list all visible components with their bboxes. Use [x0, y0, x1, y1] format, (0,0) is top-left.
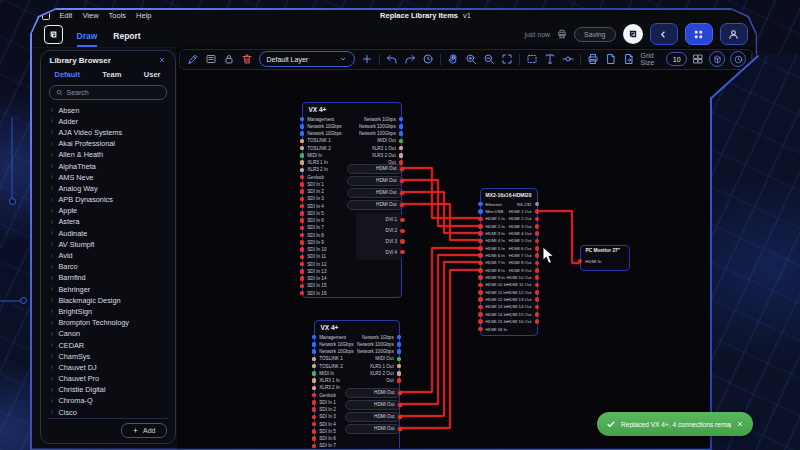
port-row[interactable]: HDMI 6 In	[481, 252, 511, 259]
library-item[interactable]: Blackmagic Design	[45, 295, 171, 306]
port-row[interactable]: XLR3 1 Out	[360, 363, 399, 370]
port-row[interactable]: Out	[360, 377, 399, 384]
port-row[interactable]: XLR3 1 In	[315, 377, 360, 384]
port-row[interactable]: Network 10Gbps	[315, 341, 360, 348]
device-node-vx4-top[interactable]: VX 4+ ManagementNetwork 10GbpsNetwork 10…	[302, 102, 402, 298]
port-row[interactable]: MIDI Out	[355, 137, 400, 144]
port-dot[interactable]	[400, 250, 404, 254]
library-item[interactable]: Barco	[45, 261, 171, 272]
port-row[interactable]: MIDI In	[303, 152, 356, 159]
port-dot[interactable]	[300, 175, 304, 179]
port-dot[interactable]	[300, 197, 304, 201]
cube-icon[interactable]	[709, 51, 725, 67]
port-dot[interactable]	[300, 168, 304, 172]
port-row[interactable]: Network 100Gbps	[355, 130, 400, 137]
library-tab-team[interactable]: Team	[102, 70, 121, 79]
port-dot[interactable]	[400, 167, 404, 171]
port-row[interactable]: Network 10Gbps	[315, 348, 360, 355]
port-row[interactable]: HDMI 12 Out	[511, 289, 537, 296]
port-dot[interactable]	[478, 202, 483, 207]
port-dot[interactable]	[478, 239, 483, 244]
port-dot[interactable]	[312, 436, 316, 440]
port-dot[interactable]	[400, 229, 404, 233]
library-item[interactable]: Avid	[45, 250, 171, 261]
port-row[interactable]: XLR3 2 Out	[360, 370, 399, 377]
tab-report[interactable]: Report	[113, 31, 140, 47]
brand-logo-button[interactable]	[623, 24, 643, 44]
port-dot[interactable]	[398, 391, 402, 395]
dvi-out-port[interactable]: DVI 4	[356, 247, 402, 258]
add-library-button[interactable]: Add	[121, 423, 166, 438]
port-dot[interactable]	[300, 226, 304, 230]
port-row[interactable]: XLR3 2 Out	[355, 152, 400, 159]
hdmi-out-port[interactable]: HDMI Out	[347, 200, 403, 210]
port-dot[interactable]	[397, 371, 401, 375]
port-dot[interactable]	[478, 297, 483, 302]
port-row[interactable]: HDMI 9 Out	[511, 267, 537, 274]
port-row[interactable]: HDMI In	[581, 257, 629, 266]
hdmi-out-port[interactable]: HDMI Out	[345, 424, 401, 434]
menu-item-help[interactable]: Help	[136, 11, 151, 20]
port-row[interactable]: HDMI 15 Out	[511, 311, 537, 318]
port-dot[interactable]	[400, 239, 404, 243]
port-row[interactable]: Network 100Gbps	[360, 348, 399, 355]
port-dot[interactable]	[300, 153, 304, 157]
port-dot[interactable]	[300, 124, 304, 128]
hand-icon[interactable]	[447, 53, 459, 65]
port-row[interactable]: HDMI 16 Out	[511, 318, 537, 325]
port-row[interactable]: Ethernet	[481, 201, 511, 208]
library-item[interactable]: Behringer	[45, 284, 171, 295]
port-row[interactable]: SDI In 16	[303, 290, 356, 297]
library-item[interactable]: Apple	[45, 205, 171, 216]
port-dot[interactable]	[535, 275, 540, 280]
text-icon[interactable]	[544, 53, 556, 65]
port-row[interactable]: Network 1Gbps	[355, 116, 400, 123]
library-item[interactable]: Barnfind	[45, 272, 171, 283]
port-dot[interactable]	[400, 179, 404, 183]
node-tool-icon[interactable]	[562, 53, 574, 65]
library-item[interactable]: AMS Neve	[45, 172, 171, 183]
port-dot[interactable]	[478, 224, 483, 229]
lock-icon[interactable]	[223, 53, 235, 65]
port-dot[interactable]	[478, 312, 483, 317]
hdmi-out-port[interactable]: HDMI Out	[345, 400, 401, 410]
library-item[interactable]: APB Dynasonics	[45, 194, 171, 205]
port-dot[interactable]	[535, 253, 540, 258]
connection-wire[interactable]	[400, 255, 480, 404]
port-dot[interactable]	[300, 160, 304, 164]
port-row[interactable]: TOSLINK 2	[303, 145, 356, 152]
device-node-vx4-bottom[interactable]: VX 4+ ManagementNetwork 10GbpsNetwork 10…	[314, 320, 400, 449]
library-item[interactable]: Adder	[45, 116, 171, 127]
port-dot[interactable]	[300, 240, 304, 244]
port-row[interactable]: Mini USB	[481, 208, 511, 215]
port-dot[interactable]	[300, 131, 304, 135]
port-dot[interactable]	[300, 247, 304, 251]
library-item[interactable]: Absen	[45, 105, 171, 116]
port-dot[interactable]	[478, 261, 483, 266]
port-row[interactable]: HDMI 1 Out	[511, 208, 537, 215]
port-dot[interactable]	[312, 422, 316, 426]
port-dot[interactable]	[478, 253, 483, 258]
port-dot[interactable]	[300, 146, 304, 150]
port-dot[interactable]	[478, 246, 483, 251]
port-dot[interactable]	[312, 335, 316, 339]
hdmi-out-port[interactable]: HDMI Out	[345, 388, 401, 398]
port-dot[interactable]	[398, 427, 402, 431]
port-dot[interactable]	[300, 269, 304, 273]
port-dot[interactable]	[400, 191, 404, 195]
port-dot[interactable]	[535, 312, 540, 317]
port-row[interactable]: SDI In 11	[303, 253, 356, 260]
tab-draw[interactable]: Draw	[77, 31, 98, 47]
port-dot[interactable]	[300, 182, 304, 186]
library-item[interactable]: Brompton Technology	[45, 317, 171, 328]
port-row[interactable]: HDMI 10 Out	[511, 274, 537, 281]
port-dot[interactable]	[535, 224, 540, 229]
port-row[interactable]: HDMI 6 Out	[511, 245, 537, 252]
library-item[interactable]: ChamSys	[45, 351, 171, 362]
port-dot[interactable]	[312, 364, 316, 368]
port-row[interactable]: SDI In 7	[315, 442, 360, 448]
port-dot[interactable]	[312, 393, 316, 397]
port-row[interactable]: SDI In 14	[303, 275, 356, 282]
port-dot[interactable]	[300, 211, 304, 215]
device-node-matrix[interactable]: MX2-16x16-HDMI20 EthernetMini USBHDMI 1 …	[480, 188, 538, 336]
